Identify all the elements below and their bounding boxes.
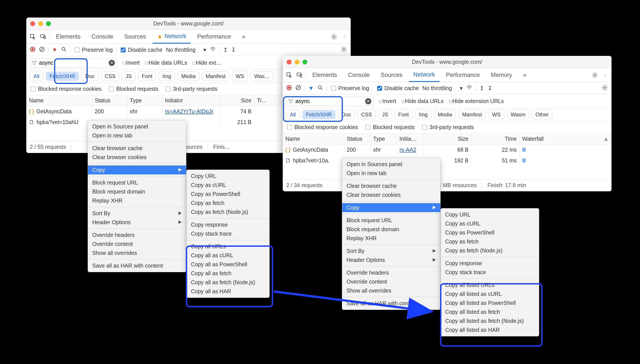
tab-network[interactable]: Network xyxy=(409,68,440,82)
menu-copy-powershell[interactable]: Copy as PowerShell xyxy=(186,190,269,198)
tab-network[interactable]: ▲Network xyxy=(152,30,191,44)
menu-copy[interactable]: Copy▶ xyxy=(88,166,186,174)
chip-font[interactable]: Font xyxy=(138,72,156,81)
menu-copy-curl[interactable]: Copy as cURL xyxy=(441,219,539,228)
col-initiator[interactable]: Initia… xyxy=(397,134,423,144)
menu-header-options[interactable]: Header Options▶ xyxy=(88,218,186,227)
chip-wasm[interactable]: Wasm xyxy=(507,110,529,119)
chip-wasm[interactable]: Was… xyxy=(250,72,274,81)
menu-copy-fetch-node[interactable]: Copy as fetch (Node.js) xyxy=(186,208,269,216)
menu-sort-by[interactable]: Sort By▶ xyxy=(342,246,440,256)
preserve-log-checkbox[interactable]: Preserve log xyxy=(330,85,369,92)
hide-ext-checkbox[interactable]: Hide extension URLs xyxy=(448,98,504,104)
menu-copy-all-listed-urls[interactable]: Copy all listed URLs xyxy=(441,280,539,290)
col-size[interactable]: Size xyxy=(423,134,471,144)
tab-console[interactable]: Console xyxy=(87,30,118,44)
filter-icon[interactable]: ▼ xyxy=(308,85,314,92)
device-icon[interactable] xyxy=(39,33,47,41)
chip-font[interactable]: Font xyxy=(394,110,412,119)
chip-manifest[interactable]: Manifest xyxy=(458,110,486,119)
chip-img[interactable]: Img xyxy=(159,72,175,81)
inspect-icon[interactable] xyxy=(29,33,37,41)
menu-copy-fetch[interactable]: Copy as fetch xyxy=(441,237,539,246)
filter-icon[interactable]: ▼ xyxy=(52,47,58,53)
col-type[interactable]: Type xyxy=(370,134,397,144)
menu-sort-by[interactable]: Sort By▶ xyxy=(88,209,186,218)
gear-icon[interactable] xyxy=(330,33,338,41)
tab-performance[interactable]: Performance xyxy=(442,68,484,82)
tab-performance[interactable]: Performance xyxy=(193,30,236,44)
blocked-cookies-checkbox[interactable]: Blocked response cookies xyxy=(30,86,102,92)
menu-copy-all-powershell[interactable]: Copy all as PowerShell xyxy=(186,260,269,269)
col-type[interactable]: Type xyxy=(127,95,162,106)
menu-override-headers[interactable]: Override headers xyxy=(342,268,440,277)
throttling-select[interactable]: No throttling ▾ xyxy=(422,85,463,92)
filter-input[interactable]: ▽ ✕ xyxy=(286,97,374,106)
col-name[interactable]: Name xyxy=(283,134,344,144)
menu-open-tab[interactable]: Open in new tab xyxy=(342,169,440,178)
col-waterfall[interactable]: Waterfall ▲ xyxy=(520,134,612,144)
chip-manifest[interactable]: Manifest xyxy=(202,72,230,81)
menu-copy-url[interactable]: Copy URL xyxy=(186,172,269,180)
menu-override-content[interactable]: Override content xyxy=(88,240,186,248)
blocked-requests-checkbox[interactable]: Blocked requests xyxy=(364,124,415,130)
menu-copy-fetch-node[interactable]: Copy as fetch (Node.js) xyxy=(441,246,539,255)
chip-doc[interactable]: Doc xyxy=(82,72,98,81)
table-row[interactable]: { }GetAsyncData 200 xhr rs-AA2 68 B 22 m… xyxy=(283,144,612,155)
gear-icon[interactable] xyxy=(591,71,599,79)
chip-other[interactable]: Other xyxy=(532,110,552,119)
chip-js[interactable]: JS xyxy=(378,110,392,119)
gear-icon[interactable] xyxy=(602,84,608,92)
minimize-icon[interactable] xyxy=(38,21,43,26)
menu-header-options[interactable]: Header Options▶ xyxy=(342,256,440,264)
menu-replay-xhr[interactable]: Replay XHR xyxy=(88,196,186,205)
hide-data-urls-checkbox[interactable]: Hide data URLs xyxy=(144,60,187,66)
disable-cache-checkbox[interactable]: Disable cache xyxy=(120,47,162,53)
close-icon[interactable] xyxy=(287,60,292,64)
filter-text-input[interactable] xyxy=(38,60,109,66)
gear-icon[interactable] xyxy=(340,46,347,54)
menu-copy-all-fetch-node[interactable]: Copy all as fetch (Node.js) xyxy=(186,278,269,287)
3rd-party-checkbox[interactable]: 3rd-party requests xyxy=(421,124,474,130)
menu-copy-all-urls[interactable]: Copy all URLs xyxy=(186,242,269,251)
chip-all[interactable]: All xyxy=(286,110,300,119)
maximize-icon[interactable] xyxy=(302,60,307,64)
invert-checkbox[interactable]: Invert xyxy=(122,60,140,66)
kebab-icon[interactable]: ⋮ xyxy=(601,71,609,79)
inspect-icon[interactable] xyxy=(285,71,293,79)
tab-console[interactable]: Console xyxy=(344,68,374,82)
hide-ext-checkbox[interactable]: Hide ext… xyxy=(192,60,222,66)
menu-copy-url[interactable]: Copy URL xyxy=(441,210,539,219)
menu-copy[interactable]: Copy▶ xyxy=(342,203,440,212)
tab-elements[interactable]: Elements xyxy=(308,68,342,82)
kebab-icon[interactable]: ⋮ xyxy=(340,33,348,41)
chip-img[interactable]: Img xyxy=(415,110,431,119)
upload-icon[interactable]: ↥ xyxy=(223,47,228,53)
filter-input[interactable]: ▽ ✕ xyxy=(30,58,117,68)
menu-copy-response[interactable]: Copy response xyxy=(186,220,269,229)
chip-media[interactable]: Media xyxy=(178,72,199,81)
clear-icon[interactable] xyxy=(296,85,301,92)
invert-checkbox[interactable]: Invert xyxy=(378,98,396,104)
col-status[interactable]: Status xyxy=(344,134,370,144)
menu-open-sources[interactable]: Open in Sources panel xyxy=(342,160,440,169)
tab-sources[interactable]: Sources xyxy=(376,68,407,82)
hide-data-urls-checkbox[interactable]: Hide data URLs xyxy=(401,98,444,104)
menu-show-overrides[interactable]: Show all overrides xyxy=(88,248,186,258)
maximize-icon[interactable] xyxy=(46,21,51,26)
table-row[interactable]: 🗋hpba?vet=10a. 192 B 51 ms xyxy=(283,155,612,166)
download-icon[interactable]: ↧ xyxy=(488,85,492,92)
chip-all[interactable]: All xyxy=(30,72,43,81)
menu-copy-all-listed-fetch-node[interactable]: Copy all listed as fetch (Node.js) xyxy=(441,316,539,326)
record-icon[interactable] xyxy=(30,46,36,54)
chip-ws[interactable]: WS xyxy=(232,72,248,81)
menu-copy-all-listed-fetch[interactable]: Copy all listed as fetch xyxy=(441,308,539,316)
clear-icon[interactable]: ✕ xyxy=(109,60,115,66)
blocked-cookies-checkbox[interactable]: Blocked response cookies xyxy=(286,124,358,130)
tabs-overflow[interactable]: » xyxy=(238,30,250,44)
menu-open-tab[interactable]: Open in new tab xyxy=(88,131,186,140)
menu-clear-cache[interactable]: Clear browser cache xyxy=(88,144,186,153)
chip-media[interactable]: Media xyxy=(434,110,456,119)
menu-copy-fetch[interactable]: Copy as fetch xyxy=(186,198,269,208)
chip-fetch-xhr[interactable]: Fetch/XHR xyxy=(46,72,79,81)
